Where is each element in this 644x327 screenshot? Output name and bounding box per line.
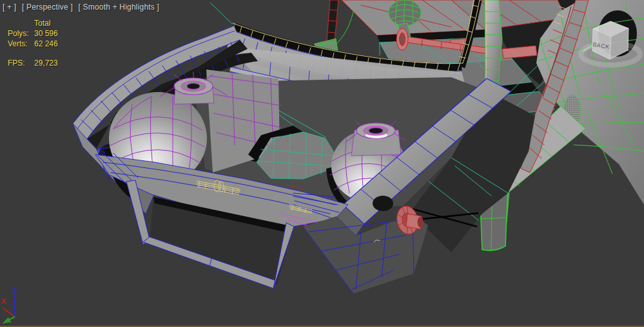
3d-viewport[interactable]: BACK Z X [ + ] [ Perspective ] [ Smooth …: [0, 0, 644, 327]
z-axis-label: Z: [12, 286, 17, 294]
x-axis-label: X: [1, 297, 6, 305]
car-chassis-wireframe-scene: BACK Z X: [0, 0, 644, 327]
stats-fps-value: 29,723: [34, 59, 58, 68]
viewport-shading-menu[interactable]: [ Smooth + Highlights ]: [78, 3, 159, 12]
viewport-pov-menu[interactable]: [ Perspective ]: [22, 3, 73, 12]
viewport-label: [ + ] [ Perspective ] [ Smooth + Highlig…: [3, 3, 162, 12]
stats-verts-label: Verts:: [8, 39, 28, 48]
stats-fps-label: FPS:: [8, 59, 25, 68]
stats-column-header: Total: [34, 19, 50, 28]
stats-polys-value: 30 596: [34, 29, 58, 38]
stats-verts-value: 62 246: [34, 39, 58, 48]
viewport-general-menu[interactable]: [ + ]: [3, 3, 16, 12]
stats-polys-label: Polys:: [8, 29, 29, 38]
rail-hole: [373, 196, 393, 211]
